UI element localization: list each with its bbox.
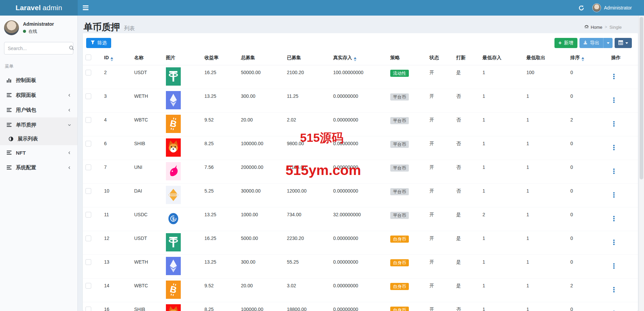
cell-value: 1 (482, 307, 485, 311)
sidebar-item-1[interactable]: 权限面板 (0, 88, 77, 103)
navbar-avatar (592, 3, 601, 12)
dashboard-gauge-icon (584, 24, 589, 30)
row-checkbox[interactable] (85, 212, 91, 218)
breadcrumb-home-link[interactable]: Home (584, 24, 602, 30)
row-actions-menu[interactable] (611, 263, 617, 269)
search-icon[interactable] (69, 45, 74, 51)
sidebar-item-2[interactable]: 用户钱包 (0, 103, 77, 117)
cell-status: 开 (427, 184, 453, 207)
export-button[interactable]: 导出 (579, 38, 603, 48)
cell-value: 55.25 (287, 259, 299, 265)
strategy-badge: 平台币 (390, 93, 409, 101)
cell-raised: 3.02 (284, 279, 330, 302)
add-button[interactable]: + 新增 (554, 38, 577, 48)
sidebar-item-3[interactable]: 单币质押 (0, 117, 77, 132)
cell-name: SHIB (131, 302, 163, 311)
cell-total: 50000.00 (238, 65, 284, 89)
row-checkbox[interactable] (85, 93, 91, 99)
sidebar-search-input[interactable] (8, 46, 69, 51)
row-checkbox[interactable] (85, 164, 91, 170)
cell-value: 2 (104, 70, 107, 75)
cell-value: 3.02 (287, 283, 296, 288)
column-header-deposit[interactable]: 真实存入 (330, 51, 388, 65)
row-checkbox[interactable] (85, 117, 91, 123)
cell-id: 14 (101, 279, 131, 302)
sort-arrows-icon[interactable] (354, 57, 356, 61)
dai-coin-icon (166, 200, 181, 205)
row-actions-menu[interactable] (611, 120, 617, 127)
cell-id: 7 (101, 160, 131, 184)
cell-value: 100000.00 (241, 141, 263, 146)
export-dropdown-caret[interactable] (603, 38, 613, 48)
row-actions-menu[interactable] (611, 239, 617, 246)
column-header-sort[interactable]: 排序 (568, 51, 609, 65)
online-dot-icon (23, 30, 26, 33)
row-actions-menu[interactable] (611, 215, 617, 222)
row-actions-menu[interactable] (611, 192, 617, 198)
row-checkbox[interactable] (85, 259, 91, 265)
cell-sort: 2 (568, 279, 609, 302)
table-row: 3WETH13.25300.0011.250.00000000平台币开否110 (83, 89, 638, 113)
row-actions-menu[interactable] (611, 73, 617, 80)
strategy-badge: 平台币 (390, 117, 409, 124)
cell-value: 2 (570, 117, 573, 123)
columns-grid-button[interactable] (615, 38, 632, 48)
row-actions-menu[interactable] (611, 97, 617, 104)
cell-value: 8.25 (204, 307, 214, 311)
cell-value: 0 (570, 259, 573, 265)
table-row: 2USDT16.2550000.002100.20100.00000000流动性… (83, 65, 638, 89)
sort-arrows-icon[interactable] (110, 57, 113, 61)
column-label: 最低取出 (526, 55, 545, 60)
sidebar-item-5[interactable]: 系统配置 (0, 160, 77, 175)
brand-logo[interactable]: Laravel admin (0, 0, 78, 16)
row-actions-menu[interactable] (611, 286, 617, 293)
filter-button[interactable]: 筛选 (86, 38, 111, 48)
cell-value: 100000.00 (241, 307, 263, 311)
cell-name: WETH (131, 255, 163, 279)
select-all-checkbox[interactable] (85, 54, 91, 60)
column-header-name: 名称 (131, 51, 163, 65)
row-checkbox[interactable] (85, 236, 91, 241)
cell-image (163, 231, 202, 255)
cell-value: 1000.00 (241, 212, 258, 217)
row-checkbox[interactable] (85, 307, 91, 311)
row-checkbox[interactable] (85, 141, 91, 147)
column-header-id[interactable]: ID (101, 51, 131, 65)
cell-value: 开 (429, 70, 434, 75)
navbar-user-menu[interactable]: Administrator (592, 3, 632, 12)
shib-coin-icon (166, 152, 181, 158)
cell-total: 100000.00 (238, 302, 284, 311)
row-actions-menu[interactable] (611, 144, 617, 151)
cell-image (163, 65, 202, 89)
row-actions-menu[interactable] (611, 168, 617, 175)
cell-deposit: 0.00000000 (330, 113, 388, 136)
cell-value: 10 (104, 188, 109, 194)
cell-min_deposit: 1 (480, 302, 524, 311)
cell-strategy: 平台币 (388, 136, 427, 160)
column-label: 操作 (611, 55, 621, 60)
sidebar-toggle-button[interactable] (78, 0, 93, 16)
sort-arrows-icon[interactable] (581, 57, 584, 61)
cell-sort: 0 (568, 89, 609, 113)
row-checkbox[interactable] (85, 188, 91, 194)
top-navbar: Laravel admin Administrator (0, 0, 644, 16)
scrollbar-thumb[interactable] (640, 17, 643, 179)
sidebar-item-4[interactable]: NFT (0, 145, 77, 160)
cell-value: 9800.00 (287, 141, 304, 146)
row-checkbox[interactable] (85, 283, 91, 289)
sidebar-subitem-3-0[interactable]: 展示列表 (0, 132, 77, 145)
cell-value: UNI (134, 164, 142, 170)
cell-value: 1 (482, 117, 485, 123)
cell-value: 12000.00 (287, 188, 306, 194)
cell-value: 否 (456, 188, 461, 194)
column-header-strategy: 策略 (388, 51, 427, 65)
cell-subscribe: 是 (453, 255, 480, 279)
cell-sort: 0 (568, 231, 609, 255)
column-label: 真实存入 (333, 55, 352, 60)
row-checkbox[interactable] (85, 70, 91, 75)
column-header-checkbox[interactable] (83, 51, 101, 65)
refresh-icon[interactable] (578, 4, 585, 11)
column-header-min_deposit: 最低存入 (480, 51, 524, 65)
cell-checkbox (83, 207, 101, 231)
sidebar-item-0[interactable]: 控制面板 (0, 73, 77, 88)
